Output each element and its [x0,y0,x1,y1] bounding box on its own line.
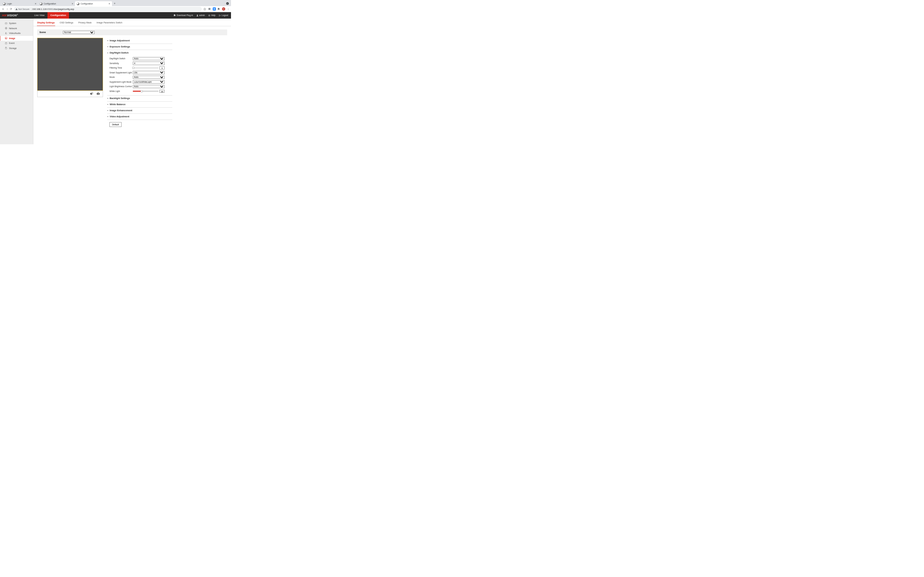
filtering-time-value[interactable]: 5 [160,66,165,69]
white-light-value[interactable]: 35 [160,90,165,93]
svg-point-25 [97,93,99,94]
smart-supplement-light-label: Smart Supplement Light [110,71,133,74]
browser-tab[interactable]: Configuration ✕ [38,1,75,6]
url-path: /doc/page/config.asp [53,8,74,10]
apps-icon[interactable] [208,7,211,11]
filtering-time-slider[interactable] [133,68,158,69]
supplement-light-mode-label: Supplement Light Mode [110,81,133,83]
url-host: 192.168.1.116 [32,8,47,10]
tab-title: Login [7,3,12,5]
extensions-icon[interactable] [217,7,220,11]
section-day-night-switch[interactable]: Day/Night Switch [107,50,172,56]
filtering-time-label: Filtering Time [110,67,133,69]
scene-select[interactable]: Normal [63,31,95,34]
nav-configuration[interactable]: Configuration [47,12,69,19]
slider-thumb[interactable] [141,90,143,92]
section-image-enhancement[interactable]: Image Enhancement [107,108,172,113]
svg-rect-3 [210,9,210,10]
subtab-image-parameters-switch[interactable]: Image Parameters Switch [96,20,123,26]
fullscreen-icon[interactable] [90,92,93,95]
not-secure-indicator[interactable]: Not Secure [15,8,30,10]
chevron-down-icon [107,110,108,111]
sensitivity-label: Sensitivity [110,62,133,64]
subtab-privacy-mask[interactable]: Privacy Mask [78,20,92,26]
tab-close-icon[interactable]: ✕ [107,3,110,5]
subtab-osd-settings[interactable]: OSD Settings [59,20,73,26]
browser-tab[interactable]: Configuration ✕ [75,1,112,6]
chevron-down-icon [107,104,108,105]
incognito-icon[interactable] [226,2,229,5]
section-image-adjustment[interactable]: Image Adjustment [107,38,172,44]
back-button[interactable] [1,7,5,11]
svg-rect-14 [5,32,6,34]
favicon-icon [77,3,79,5]
user-menu[interactable]: admin [196,14,205,16]
tab-close-icon[interactable]: ✕ [70,3,73,5]
url-field[interactable]: Not Secure | 192.168.1.116:65001/doc/pag… [14,7,202,11]
zoom-extension-icon[interactable] [213,7,216,11]
svg-rect-22 [5,47,6,48]
sidebar-item-event[interactable]: Event [0,41,33,46]
subtab-bar: Display Settings OSD Settings Privacy Ma… [33,19,231,26]
mode-label: Mode [110,76,133,78]
chevron-down-icon [107,40,108,41]
subtab-display-settings[interactable]: Display Settings [37,20,55,26]
chevron-down-icon [107,98,108,99]
sidebar: System Network Video/Audio Image Event S… [0,19,33,145]
default-button[interactable]: Default [110,122,121,127]
favicon-icon [3,3,5,5]
snapshot-icon[interactable] [97,92,100,95]
url-port: :65001 [47,8,53,10]
scene-label: Scene [39,31,63,33]
separator: | [31,8,32,10]
sidebar-item-system[interactable]: System [0,21,33,26]
light-brightness-control-label: Light Brightness Control [110,85,133,87]
svg-rect-24 [91,92,93,93]
main-nav: Live View Configuration [31,12,69,19]
svg-point-15 [6,32,7,33]
star-icon[interactable] [204,7,207,11]
day-night-switch-select[interactable]: Auto [133,57,165,61]
supplement-light-mode-select[interactable]: colorVuWhiteLight [133,80,165,84]
mode-select[interactable]: Auto [133,76,165,79]
sensitivity-select[interactable]: 4 [133,61,165,65]
day-night-switch-label: Day/Night Switch [110,57,133,60]
menu-icon[interactable] [226,7,230,11]
tab-title: Configuration [44,3,56,5]
section-backlight-settings[interactable]: Backlight Settings [107,95,172,101]
help-button[interactable]: ? Help [208,14,216,16]
forward-button[interactable] [5,7,9,11]
reload-button[interactable] [9,7,13,11]
svg-rect-2 [208,9,210,10]
address-bar: Not Secure | 192.168.1.116:65001/doc/pag… [0,6,231,12]
section-white-balance[interactable]: White Balance [107,102,172,107]
new-tab-button[interactable]: + [114,2,116,6]
white-light-label: White Light [110,90,133,92]
white-light-slider[interactable] [133,91,158,92]
chevron-down-icon [107,116,108,117]
sidebar-item-network[interactable]: Network [0,26,33,31]
browser-chrome: Login ✕ Configuration ✕ Configuration ✕ … [0,0,231,12]
tab-strip: Login ✕ Configuration ✕ Configuration ✕ … [0,0,231,6]
chevron-down-icon [107,47,108,47]
logout-button[interactable]: Logout [219,14,228,16]
svg-rect-9 [5,23,7,24]
avatar-letter: M [223,8,224,10]
section-video-adjustment[interactable]: Video Adjustment [107,114,172,119]
nav-live-view[interactable]: Live View [31,12,47,19]
favicon-icon [40,3,42,5]
profile-avatar[interactable]: M [222,7,225,11]
chevron-up-icon [107,52,108,53]
sidebar-item-video-audio[interactable]: Video/Audio [0,31,33,36]
section-exposure-settings[interactable]: Exposure Settings [107,44,172,50]
light-brightness-control-select[interactable]: Auto [133,85,165,89]
browser-tab[interactable]: Login ✕ [1,1,38,6]
download-plugin-button[interactable]: Download Plug-in [174,14,193,16]
tab-close-icon[interactable]: ✕ [33,3,37,5]
sidebar-item-image[interactable]: Image [0,36,33,41]
sidebar-item-storage[interactable]: Storage [0,46,33,51]
smart-supplement-light-select[interactable]: ON [133,71,165,74]
tab-title: Configuration [81,3,93,5]
svg-rect-0 [208,8,210,9]
slider-thumb[interactable] [132,67,134,69]
